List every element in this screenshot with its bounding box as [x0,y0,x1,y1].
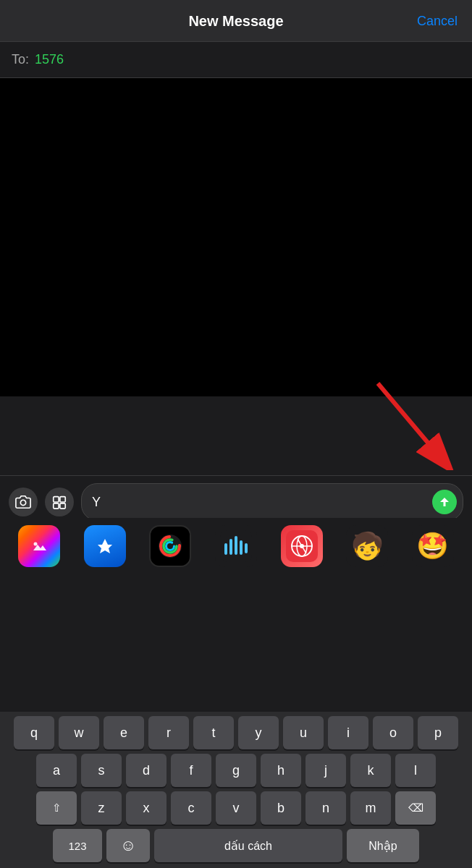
app-icon-memoji[interactable]: 🧒 [346,525,388,567]
key-q[interactable]: q [14,716,54,749]
key-n[interactable]: n [305,791,346,825]
key-b[interactable]: b [261,791,301,825]
key-p[interactable]: p [418,716,458,749]
key-w[interactable]: w [59,716,99,749]
key-j[interactable]: j [305,754,346,787]
svg-point-2 [20,500,25,505]
app-icon-activity[interactable] [149,525,191,567]
svg-rect-17 [240,540,243,555]
key-r[interactable]: r [148,716,189,749]
send-button[interactable] [432,490,457,514]
key-l[interactable]: l [395,754,436,787]
keyboard-row-1: q w e r t y u i o p [3,716,469,749]
key-c[interactable]: c [171,791,211,825]
key-f[interactable]: f [171,754,211,787]
key-s[interactable]: s [81,754,122,787]
delete-key[interactable]: ⌫ [395,791,436,825]
key-d[interactable]: d [126,754,167,787]
page-title: New Message [188,13,283,30]
svg-rect-18 [245,543,248,553]
app-icon-soundcloud[interactable] [215,525,257,567]
key-o[interactable]: o [373,716,413,749]
cancel-button[interactable]: Cancel [417,14,458,29]
apps-button[interactable] [45,488,74,516]
svg-rect-16 [235,536,237,555]
nums-key[interactable]: 123 [53,829,102,862]
keyboard-row-3: ⇧ z x c v b n m ⌫ [3,791,469,825]
app-icon-appstore[interactable] [84,525,126,567]
keyboard-row-4: 123 ☺ dấu cách Nhập [3,829,469,862]
input-text: Y [92,495,432,510]
app-icon-photos[interactable] [18,525,60,567]
key-x[interactable]: x [126,791,167,825]
app-icon-safari[interactable] [281,525,323,567]
key-t[interactable]: t [193,716,234,749]
key-k[interactable]: k [350,754,391,787]
svg-rect-4 [60,497,65,502]
space-key[interactable]: dấu cách [154,829,342,862]
svg-point-7 [29,536,49,556]
camera-button[interactable] [9,488,38,516]
key-g[interactable]: g [216,754,256,787]
key-u[interactable]: u [283,716,324,749]
svg-rect-3 [54,497,59,502]
keyboard-row-2: a s d f g h j k l [3,754,469,787]
emoji-key[interactable]: ☺ [106,829,150,862]
to-value: 1576 [35,52,64,67]
key-i[interactable]: i [328,716,368,749]
svg-point-8 [34,542,38,546]
svg-rect-5 [54,503,59,509]
key-e[interactable]: e [104,716,144,749]
key-h[interactable]: h [261,754,301,787]
header: New Message Cancel [0,0,472,42]
key-v[interactable]: v [216,791,256,825]
key-m[interactable]: m [350,791,391,825]
message-body[interactable] [0,78,472,396]
key-y[interactable]: y [238,716,279,749]
svg-rect-6 [60,503,65,509]
message-input[interactable]: Y [81,483,463,521]
to-label: To: [12,52,29,67]
app-row: 🧒 🤩 [0,518,472,574]
enter-key[interactable]: Nhập [347,829,419,862]
svg-rect-15 [229,539,232,555]
key-z[interactable]: z [81,791,122,825]
key-a[interactable]: a [36,754,77,787]
shift-key[interactable]: ⇧ [36,791,77,825]
app-icon-avatar[interactable]: 🤩 [412,525,454,567]
svg-rect-14 [224,543,227,555]
keyboard: q w e r t y u i o p a s d f g h j k l ⇧ … [0,712,472,868]
to-field[interactable]: To: 1576 [0,42,472,78]
